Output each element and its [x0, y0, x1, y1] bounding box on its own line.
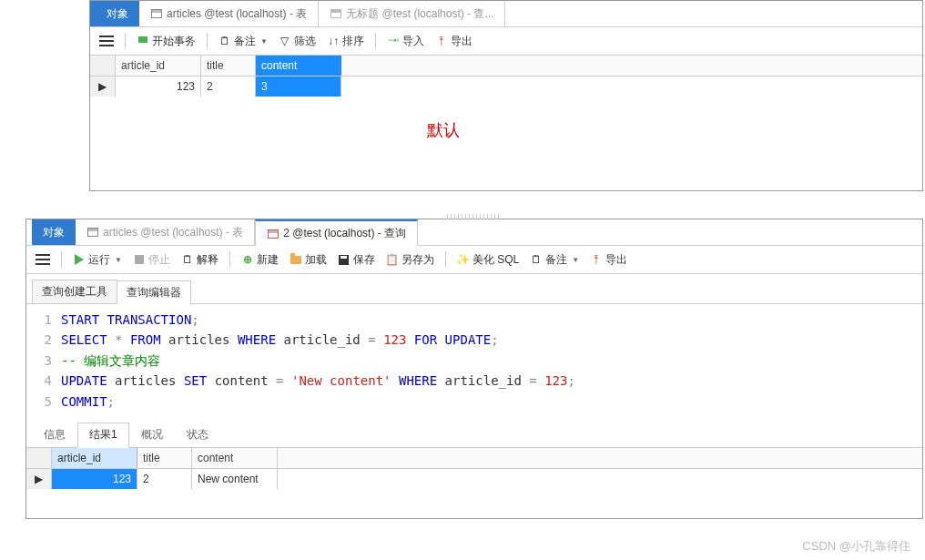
separator	[375, 33, 376, 49]
plus-icon: ⊕	[241, 253, 254, 266]
button-label: 导出	[605, 252, 627, 268]
begin-transaction-button[interactable]: 开始事务	[137, 34, 196, 49]
result-grid: article_id title content ▶ 123 2 New con…	[26, 448, 922, 489]
tab-articles[interactable]: articles @test (localhost) - 表	[139, 1, 319, 26]
grid-header: article_id title content	[90, 56, 922, 76]
wand-icon: ✨	[457, 253, 470, 266]
sub-tab-bar: 查询创建工具 查询编辑器	[26, 274, 922, 304]
toolbar: 运行▼ 停止 🗒解释 ⊕新建 加载 保存 📋另存为 ✨美化 SQL 🗒备注▼ ⭱…	[26, 246, 922, 274]
stop-icon	[133, 253, 146, 266]
rtab-info[interactable]: 信息	[32, 423, 77, 447]
tab-object[interactable]: 对象	[32, 219, 76, 245]
chevron-down-icon: ▼	[260, 37, 268, 46]
separator	[125, 33, 126, 49]
explain-button[interactable]: 🗒解释	[181, 252, 219, 268]
funnel-icon: ▽	[279, 35, 291, 47]
export-button[interactable]: ⭱导出	[435, 34, 473, 49]
new-button[interactable]: ⊕新建	[241, 252, 279, 268]
menu-button[interactable]	[36, 254, 50, 265]
subtab-query-editor[interactable]: 查询编辑器	[117, 280, 191, 304]
button-label: 美化 SQL	[473, 252, 519, 268]
bottom-panel: 对象 articles @test (localhost) - 表 2 @tes…	[25, 219, 923, 519]
annotation-default: 默认	[427, 119, 460, 141]
rtab-status[interactable]: 状态	[175, 423, 220, 447]
tab-object[interactable]: 对象	[96, 1, 139, 26]
table-icon	[150, 7, 163, 20]
button-label: 解释	[197, 252, 219, 268]
line-number: 5	[26, 392, 61, 412]
memo-button[interactable]: 🗒备注▼	[219, 34, 268, 49]
play-flag-icon	[137, 35, 149, 47]
tab-label: 2 @test (localhost) - 查询	[283, 226, 406, 241]
button-label: 另存为	[402, 252, 434, 268]
result-tab-bar: 信息 结果1 概况 状态	[26, 423, 922, 448]
cell-content[interactable]: 3	[256, 76, 341, 97]
button-label: 新建	[257, 252, 279, 268]
table-row[interactable]: ▶ 123 2 New content	[26, 469, 922, 489]
explain-icon: 🗒	[181, 253, 194, 266]
cell-article-id[interactable]: 123	[116, 76, 201, 97]
import-button[interactable]: ⭲导入	[387, 34, 424, 49]
filter-button[interactable]: ▽筛选	[279, 34, 316, 49]
chevron-down-icon: ▼	[115, 256, 122, 264]
rtab-result1[interactable]: 结果1	[77, 423, 129, 448]
row-header-corner	[90, 56, 116, 76]
save-as-button[interactable]: 📋另存为	[386, 252, 434, 268]
tab-label: articles @test (localhost) - 表	[103, 225, 243, 240]
row-pointer-icon: ▶	[90, 76, 116, 97]
beautify-button[interactable]: ✨美化 SQL	[457, 252, 519, 268]
button-label: 备注	[545, 252, 567, 268]
tab-label: 对象	[107, 6, 128, 22]
stop-button: 停止	[133, 252, 170, 268]
tab-bar: 对象 articles @test (localhost) - 表 2 @tes…	[26, 219, 922, 246]
load-button[interactable]: 加载	[290, 252, 327, 268]
menu-button[interactable]	[99, 36, 114, 46]
rtab-profile[interactable]: 概况	[129, 423, 175, 447]
button-label: 备注	[234, 34, 256, 49]
separator	[61, 251, 62, 268]
line-number: 3	[26, 351, 61, 371]
separator	[445, 251, 446, 268]
top-panel: 对象 articles @test (localhost) - 表 无标题 @t…	[89, 0, 923, 191]
cell-title[interactable]: 2	[201, 76, 256, 97]
tab-label: articles @test (localhost) - 表	[167, 6, 307, 22]
export-icon: ⭱	[590, 253, 603, 266]
memo-button[interactable]: 🗒备注▼	[530, 252, 579, 268]
menu-icon	[36, 254, 50, 265]
tab-bar: 对象 articles @test (localhost) - 表 无标题 @t…	[90, 1, 922, 27]
separator	[207, 33, 208, 49]
button-label: 导入	[402, 34, 424, 49]
col-title[interactable]: title	[137, 448, 192, 468]
cell-article-id[interactable]: 123	[52, 469, 137, 489]
sort-button[interactable]: ↓↑排序	[327, 34, 364, 49]
tab-query-2[interactable]: 2 @test (localhost) - 查询	[255, 219, 418, 246]
export-icon: ⭱	[435, 35, 448, 47]
col-content[interactable]: content	[256, 56, 341, 76]
data-grid: article_id title content ▶ 123 2 3	[90, 56, 922, 97]
tab-articles[interactable]: articles @test (localhost) - 表	[76, 219, 255, 245]
grid-header: article_id title content	[26, 448, 922, 469]
button-label: 导出	[451, 34, 473, 49]
save-button[interactable]: 保存	[338, 252, 375, 268]
cell-title[interactable]: 2	[137, 469, 192, 489]
button-label: 停止	[148, 252, 170, 268]
run-button[interactable]: 运行▼	[73, 252, 122, 268]
cell-content[interactable]: New content	[192, 469, 278, 489]
play-icon	[73, 253, 86, 266]
sql-editor[interactable]: 1START TRANSACTION; 2SELECT * FROM artic…	[26, 304, 922, 417]
tab-untitled[interactable]: 无标题 @test (localhost) - 查...	[319, 1, 505, 26]
col-content[interactable]: content	[192, 448, 278, 468]
button-label: 运行	[88, 252, 110, 268]
grip-handle[interactable]	[447, 214, 502, 219]
col-title[interactable]: title	[201, 56, 256, 76]
save-as-icon: 📋	[386, 253, 399, 266]
line-number: 1	[26, 310, 61, 330]
export-button[interactable]: ⭱导出	[590, 252, 627, 268]
subtab-query-builder[interactable]: 查询创建工具	[32, 280, 117, 303]
col-article-id[interactable]: article_id	[116, 56, 201, 76]
table-row[interactable]: ▶ 123 2 3	[90, 76, 922, 97]
button-label: 保存	[353, 252, 375, 268]
query-icon	[267, 228, 280, 240]
col-article-id[interactable]: article_id	[52, 448, 137, 468]
import-icon: ⭲	[387, 35, 400, 47]
